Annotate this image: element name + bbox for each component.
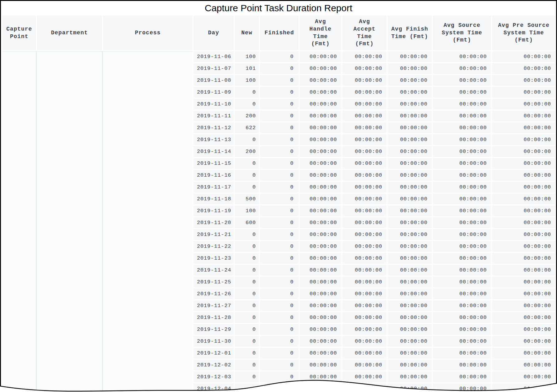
cell-new: 0 xyxy=(235,288,259,299)
cell-avg-finish-time: 00:00:00 xyxy=(388,241,432,252)
cell-finished: 0 xyxy=(260,170,299,181)
cell-finished: 0 xyxy=(260,110,299,121)
cell-avg-handle-time: 00:00:00 xyxy=(300,170,341,181)
cell-new: 600 xyxy=(235,217,259,228)
cell-avg-finish-time: 00:00:00 xyxy=(388,110,432,121)
cell-finished: 0 xyxy=(260,253,299,264)
cell-finished: 0 xyxy=(260,229,299,240)
cell-avg-handle-time: 00:00:00 xyxy=(300,205,341,216)
cell-avg-pre-source-system-time: 00:00:00 xyxy=(492,51,555,62)
cell-finished: 0 xyxy=(260,146,299,157)
cell-new: 0 xyxy=(235,87,259,98)
cell-avg-accept-time: 00:00:00 xyxy=(342,134,387,145)
cell-avg-finish-time: 00:00:00 xyxy=(388,288,432,299)
cell-avg-source-system-time: 00:00:00 xyxy=(433,134,491,145)
cell-finished: 0 xyxy=(260,194,299,204)
cell-avg-handle-time: 00:00:00 xyxy=(300,288,341,299)
cell-avg-handle-time: 00:00:00 xyxy=(300,158,341,169)
cell-day: 2019-11-11 xyxy=(193,110,234,121)
cell-avg-accept-time: 00:00:00 xyxy=(342,288,387,299)
table-row: 2019-11-24 0 0 00:00:00 00:00:00 00:00:0… xyxy=(193,265,555,276)
cell-avg-accept-time: 00:00:00 xyxy=(342,205,387,216)
cell-day: 2019-11-14 xyxy=(193,146,234,157)
cell-avg-finish-time: 00:00:00 xyxy=(388,170,432,181)
cell-finished: 0 xyxy=(260,182,299,193)
cell-avg-accept-time: 00:00:00 xyxy=(342,146,387,157)
cell-finished: 0 xyxy=(260,134,299,145)
cell-day: 2019-11-16 xyxy=(193,170,234,181)
table-row: 2019-11-28 0 0 00:00:00 00:00:00 00:00:0… xyxy=(193,312,555,323)
cell-new: 0 xyxy=(235,348,259,359)
table-row: 2019-11-11 200 0 00:00:00 00:00:00 00:00… xyxy=(193,110,555,121)
cell-finished: 0 xyxy=(260,371,299,382)
cell-avg-finish-time: 00:00:00 xyxy=(388,158,432,169)
table-row: 2019-11-14 200 0 00:00:00 00:00:00 00:00… xyxy=(193,146,555,157)
cell-avg-handle-time: 00:00:00 xyxy=(300,51,341,62)
left-cell-department xyxy=(37,52,102,392)
left-cell-process xyxy=(103,52,193,392)
cell-avg-accept-time: 00:00:00 xyxy=(342,229,387,240)
cell-avg-handle-time: 00:00:00 xyxy=(300,134,341,145)
table-row: 2019-11-22 0 0 00:00:00 00:00:00 00:00:0… xyxy=(193,241,555,252)
table-row: 2019-11-06 100 0 00:00:00 00:00:00 00:00… xyxy=(193,51,555,62)
table-row: 2019-11-12 622 0 00:00:00 00:00:00 00:00… xyxy=(193,122,555,133)
cell-day: 2019-11-24 xyxy=(193,265,234,276)
cell-avg-accept-time: 00:00:00 xyxy=(342,383,387,392)
cell-avg-finish-time: 00:00:00 xyxy=(388,336,432,347)
cell-avg-accept-time: 00:00:00 xyxy=(342,336,387,347)
cell-avg-accept-time: 00:00:00 xyxy=(342,348,387,359)
cell-avg-finish-time: 00:00:00 xyxy=(388,324,432,335)
cell-finished: 0 xyxy=(260,277,299,287)
cell-finished: 0 xyxy=(260,312,299,323)
table-rows: 2019-11-06 100 0 00:00:00 00:00:00 00:00… xyxy=(193,51,555,392)
cell-avg-finish-time: 00:00:00 xyxy=(388,182,432,193)
cell-new: 0 xyxy=(235,229,259,240)
cell-avg-accept-time: 00:00:00 xyxy=(342,51,387,62)
cell-avg-source-system-time: 00:00:00 xyxy=(433,265,491,276)
cell-day: 2019-11-22 xyxy=(193,241,234,252)
table-row: 2019-11-07 101 0 00:00:00 00:00:00 00:00… xyxy=(193,63,555,74)
table-left-pane xyxy=(2,51,193,392)
column-header-capture-point: Capture Point xyxy=(2,16,36,50)
cell-new: 200 xyxy=(235,146,259,157)
table-row: 2019-11-26 0 0 00:00:00 00:00:00 00:00:0… xyxy=(193,288,555,299)
cell-new: 0 xyxy=(235,134,259,145)
table-body: 2019-11-06 100 0 00:00:00 00:00:00 00:00… xyxy=(2,51,555,392)
cell-avg-finish-time: 00:00:00 xyxy=(388,75,432,86)
page-title: Capture Point Task Duration Report xyxy=(0,3,557,13)
cell-avg-handle-time: 00:00:00 xyxy=(300,194,341,204)
table-row: 2019-12-03 0 0 00:00:00 00:00:00 00:00:0… xyxy=(193,371,555,382)
cell-day: 2019-11-28 xyxy=(193,312,234,323)
cell-day: 2019-11-15 xyxy=(193,158,234,169)
cell-avg-source-system-time: 00:00:00 xyxy=(433,217,491,228)
column-header-department: Department xyxy=(37,16,102,50)
cell-day: 2019-11-19 xyxy=(193,205,234,216)
cell-day: 2019-11-08 xyxy=(193,75,234,86)
cell-day: 2019-12-03 xyxy=(193,371,234,382)
cell-avg-pre-source-system-time: 00:00:00 xyxy=(492,383,555,392)
cell-finished: 0 xyxy=(260,99,299,110)
cell-day: 2019-11-18 xyxy=(193,194,234,204)
cell-avg-handle-time: 00:00:00 xyxy=(300,241,341,252)
cell-finished: 0 xyxy=(260,383,299,392)
cell-avg-pre-source-system-time: 00:00:00 xyxy=(492,122,555,133)
table-row: 2019-11-09 0 0 00:00:00 00:00:00 00:00:0… xyxy=(193,87,555,98)
cell-new: 622 xyxy=(235,122,259,133)
cell-avg-accept-time: 00:00:00 xyxy=(342,122,387,133)
cell-finished: 0 xyxy=(260,360,299,370)
cell-new: 0 xyxy=(235,265,259,276)
cell-finished: 0 xyxy=(260,324,299,335)
column-header-avg-source-system-time: Avg Source System Time (Fmt) xyxy=(433,16,491,50)
cell-finished: 0 xyxy=(260,288,299,299)
cell-avg-finish-time: 00:00:00 xyxy=(388,277,432,287)
cell-avg-pre-source-system-time: 00:00:00 xyxy=(492,371,555,382)
table-row: 2019-11-19 100 0 00:00:00 00:00:00 00:00… xyxy=(193,205,555,216)
cell-finished: 0 xyxy=(260,217,299,228)
cell-finished: 0 xyxy=(260,51,299,62)
cell-avg-pre-source-system-time: 00:00:00 xyxy=(492,205,555,216)
cell-new: 0 xyxy=(235,312,259,323)
cell-finished: 0 xyxy=(260,300,299,311)
cell-avg-finish-time: 00:00:00 xyxy=(388,134,432,145)
table-row: 2019-11-17 0 0 00:00:00 00:00:00 00:00:0… xyxy=(193,182,555,193)
cell-avg-source-system-time: 00:00:00 xyxy=(433,383,491,392)
